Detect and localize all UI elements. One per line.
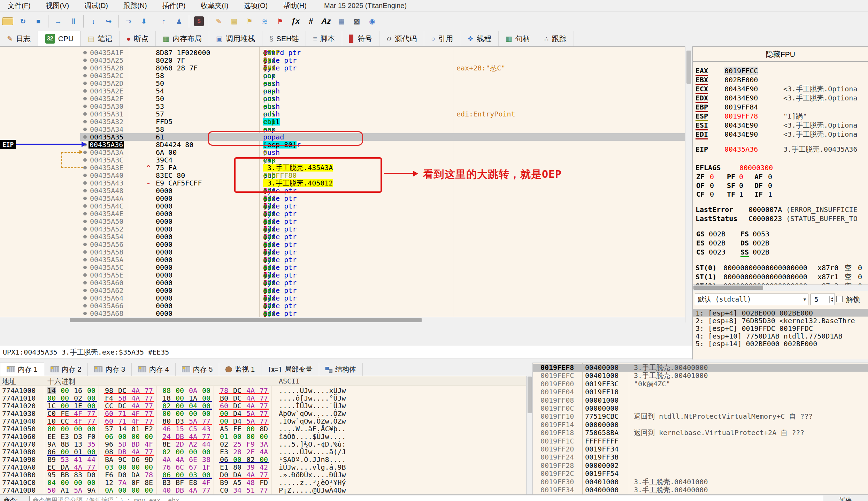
tab-线程[interactable]: ❖线程 (460, 31, 499, 46)
dump-byte[interactable]: 00 (87, 387, 95, 394)
dump-byte[interactable]: 46 (162, 425, 171, 433)
argument-row[interactable]: 4: [esp+10] 7750D1AB ntdll.7750D1AB (693, 332, 868, 340)
dump-byte[interactable]: 0A (105, 486, 113, 494)
dump-byte[interactable]: 06 (105, 433, 113, 440)
command-input[interactable]: 命令使用逗号分隔（像汇编语言）: mov eax, ebx (29, 496, 823, 501)
disasm-row[interactable]: 00435A580000add byte ptr ds:[eax],al (0, 248, 685, 256)
attach-button[interactable]: ♟ (171, 14, 187, 29)
dump-byte[interactable]: 8E (145, 479, 153, 486)
dump-byte[interactable]: D0 (87, 471, 95, 479)
disasm-row[interactable]: 00435A560000add byte ptr ds:[eax],al (0, 241, 685, 248)
disasm-row[interactable]: 00435A5E0000add byte ptr ds:[eax],al (0, 271, 685, 279)
disasm-row[interactable]: 00435A3053push ebx (0, 103, 685, 110)
tab-CPU[interactable]: 32CPU (38, 31, 81, 46)
menu-plugins[interactable]: 插件(P) (155, 1, 193, 10)
scrollbar-thumb[interactable] (686, 51, 691, 84)
stack-row[interactable]: 0019FF240019FF38 (533, 453, 868, 461)
dump-byte[interactable]: 41 (74, 456, 82, 463)
dump-byte[interactable]: 04 (47, 479, 56, 486)
dump-byte[interactable]: F9 (246, 440, 255, 448)
hash-button[interactable]: # (303, 14, 318, 29)
dump-byte[interactable]: 00 (176, 410, 184, 417)
disasm-row[interactable]: 00435A520000add byte ptr ds:[eax],al (0, 225, 685, 233)
breakpoint-dot[interactable] (83, 82, 87, 85)
dump-byte[interactable]: 67 (189, 463, 197, 471)
disasm-row[interactable]: 00435A4C0000add byte ptr ds:[eax],al (0, 202, 685, 210)
dump-byte[interactable]: 44 (202, 440, 210, 448)
dump-byte[interactable]: 00 (246, 425, 255, 433)
dump-byte[interactable]: 4A (162, 456, 171, 463)
dump-byte[interactable]: 6C (176, 463, 184, 471)
dump-row[interactable]: 774A10709A8B1335965DBD4F8E2DA2440225F93A… (0, 440, 526, 448)
dump-byte[interactable]: A2 (189, 440, 197, 448)
dump-byte[interactable]: 8D (260, 425, 268, 433)
menu-view[interactable]: 视图(V) (38, 1, 77, 10)
dump-byte[interactable]: 44 (87, 456, 95, 463)
disasm-row[interactable]: 00435A540000add byte ptr ds:[eax],al (0, 233, 685, 241)
breakpoint-dot[interactable] (83, 51, 87, 54)
patches-button[interactable]: ▤ (226, 14, 242, 29)
dump-byte[interactable]: C0 (220, 486, 228, 494)
disasm-row[interactable]: 00435A5A0000add byte ptr ds:[eax],al (0, 256, 685, 264)
dump-byte[interactable]: BF (176, 479, 184, 486)
menu-debug[interactable]: 调试(D) (77, 1, 116, 10)
breakpoint-dot[interactable] (83, 66, 87, 70)
dump-byte[interactable]: EE (47, 433, 56, 440)
tab-结构体[interactable]: 结构体 (319, 363, 363, 376)
scrollbar-thumb[interactable] (528, 377, 532, 413)
dump-vertical-scrollbar[interactable] (526, 376, 533, 494)
goto-button[interactable]: ⚑ (272, 14, 288, 29)
dump-byte[interactable]: 40 (162, 486, 171, 494)
stack-pane[interactable]: 0019FEF8004000003.手工脱壳.004000000019FEFC0… (532, 363, 868, 495)
stack-row[interactable]: 0019FF18750658BA返回到 kernelbase.VirtualPr… (533, 429, 868, 437)
dump-byte[interactable]: 00 (131, 486, 140, 494)
dump-byte[interactable]: 83 (74, 471, 82, 479)
tab-符号[interactable]: ▊符号 (342, 31, 379, 46)
stack-row[interactable]: 0019FF1CFFFFFFFF (533, 437, 868, 445)
dump-byte[interactable]: F0 (87, 433, 95, 440)
dump-row[interactable]: 774A10D050A15A9A0A00000040DB4A77C0345177… (0, 486, 526, 494)
stack-row[interactable]: 0019FF040019FF18 (533, 388, 868, 396)
dump-byte[interactable]: C5 (189, 425, 197, 433)
dump-byte[interactable]: 00 (202, 410, 210, 417)
dump-byte[interactable]: 9A (47, 440, 56, 448)
disasm-row[interactable]: 00435A2C58pop eax (0, 72, 685, 79)
dump-byte[interactable]: 8B (61, 440, 69, 448)
dump-row[interactable]: 774A105000000000571401E24615C543A5FE008D… (0, 425, 526, 433)
disasm-row[interactable]: 00435A4E0000add byte ptr ds:[eax],al (0, 210, 685, 218)
dump-byte[interactable]: 00 (162, 410, 171, 417)
scrollbar-thumb[interactable] (693, 286, 763, 290)
stack-row[interactable]: 0019FF34004000003.手工脱壳.00400000 (533, 486, 868, 494)
dump-byte[interactable]: 5D (118, 440, 126, 448)
dump-byte[interactable]: 00 (202, 387, 210, 394)
dump-byte[interactable]: A5 (220, 425, 228, 433)
dump-row[interactable]: 774A104010CC4F7760714F7780D35A7700D45A77… (0, 417, 526, 425)
dump-byte[interactable]: 77 (202, 486, 210, 494)
disasm-row[interactable]: 00435A5C0000add byte ptr ds:[eax],al (0, 264, 685, 271)
breakpoint-dot[interactable] (83, 74, 87, 77)
dump-byte[interactable]: 12 (105, 479, 113, 486)
dump-byte[interactable]: 14 (47, 387, 56, 394)
dump-row[interactable]: 774A1030C0FE4F7760714F770000000000D45A77… (0, 410, 526, 417)
dump-byte[interactable]: E8 (189, 479, 197, 486)
hide-fpu-button[interactable]: 隐藏FPU (693, 50, 868, 59)
dump-byte[interactable]: 78 (145, 471, 153, 479)
disasm-row[interactable]: 00435A2F50push eax (0, 95, 685, 103)
dump-byte[interactable]: B9 (47, 456, 56, 463)
dump-byte[interactable]: 00 (189, 410, 197, 417)
dump-row[interactable]: 774A10001400160098DC4A7708000A0078DC4A77… (0, 387, 526, 394)
stack-row[interactable]: 0019FEFC004010003.手工脱壳.00401000 (533, 372, 868, 380)
dump-byte[interactable]: 38 (202, 456, 210, 463)
breakpoint-dot[interactable] (83, 281, 87, 284)
breakpoint-dot[interactable] (83, 181, 87, 185)
dump-byte[interactable]: 00 (131, 463, 140, 471)
dump-byte[interactable]: B9 (220, 479, 228, 486)
dump-byte[interactable]: 00 (145, 463, 153, 471)
step-out-button[interactable]: ↑ (156, 14, 171, 29)
dump-byte[interactable]: 02 (162, 448, 171, 456)
stack-row[interactable]: 0019FF2C0019FF54 (533, 470, 868, 478)
breakpoint-dot[interactable] (83, 112, 87, 116)
dump-byte[interactable]: 00 (145, 433, 153, 440)
tab-内存 5[interactable]: 内存 5 (176, 363, 220, 376)
dump-byte[interactable]: 16 (74, 387, 82, 394)
